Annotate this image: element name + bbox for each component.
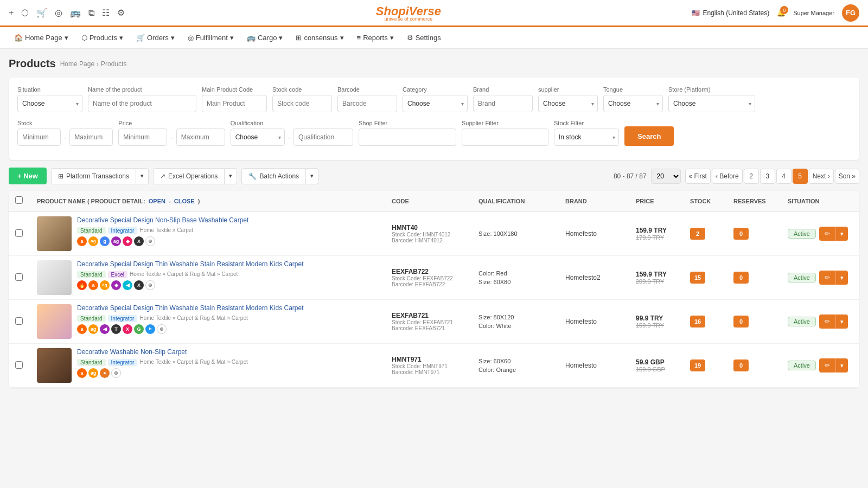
search-button[interactable]: Search	[624, 126, 674, 146]
edit-button-2[interactable]: ✏	[819, 271, 835, 285]
supplier-filter-input[interactable]	[462, 129, 548, 146]
add-icon[interactable]: +	[9, 8, 14, 18]
language-selector[interactable]: 🇺🇸 English (United States)	[692, 9, 769, 17]
platform-transactions-dropdown[interactable]: ▾	[136, 168, 149, 184]
row-1-checkbox[interactable]	[15, 229, 23, 237]
nav-item-orders[interactable]: 🛒 Orders ▾	[131, 27, 180, 49]
pg-3[interactable]: 3	[760, 169, 775, 184]
batch-actions-dropdown[interactable]: ▾	[306, 168, 318, 184]
plat-diamond-1[interactable]: ◆	[123, 236, 132, 246]
pg-next[interactable]: Next ›	[809, 169, 834, 184]
main-product-code-input[interactable]	[202, 95, 267, 112]
plat-x-2[interactable]: X	[134, 280, 144, 290]
new-button[interactable]: + New	[9, 168, 47, 184]
open-link[interactable]: Open	[149, 198, 165, 204]
grid-icon[interactable]: ⧉	[88, 8, 94, 18]
barcode-input[interactable]	[337, 95, 397, 112]
plat-a-3[interactable]: a	[77, 324, 87, 334]
pg-before[interactable]: ‹ Before	[712, 169, 743, 184]
plat-g-3[interactable]: G	[134, 324, 144, 334]
settings-icon[interactable]: ⚙	[117, 8, 125, 18]
plat-x-1[interactable]: X	[134, 236, 144, 246]
product-name-2[interactable]: Decorative Special Design Thin Washable …	[77, 260, 392, 269]
action-dropdown-3[interactable]: ▾	[835, 314, 848, 329]
plat-a-4[interactable]: a	[77, 368, 87, 378]
plat-plus-2[interactable]: ⊕	[145, 280, 155, 290]
plat-ag-2[interactable]: ag	[100, 280, 110, 290]
situation-select[interactable]: Choose Active Passive	[17, 95, 82, 112]
page-size-select[interactable]: 20 50 100	[651, 169, 681, 184]
pg-2[interactable]: 2	[744, 169, 759, 184]
plat-ag-3[interactable]: ag	[88, 324, 98, 334]
stock-max-input[interactable]	[69, 129, 113, 146]
price-min-input[interactable]	[118, 129, 167, 146]
excel-operations-dropdown[interactable]: ▾	[225, 168, 237, 184]
tongue-select[interactable]: Choose	[603, 95, 663, 112]
edit-button-4[interactable]: ✏	[819, 358, 835, 373]
row-4-checkbox[interactable]	[15, 361, 23, 369]
stock-code-input[interactable]	[272, 95, 332, 112]
qualification-to-input[interactable]	[293, 129, 353, 146]
price-max-input[interactable]	[176, 129, 225, 146]
chart-icon[interactable]: ☷	[102, 8, 110, 18]
plat-google-1[interactable]: g	[100, 236, 110, 246]
close-link[interactable]: Close	[174, 198, 195, 204]
cart-icon[interactable]: 🛒	[36, 8, 47, 18]
product-name-3[interactable]: Decorative Special Design Thin Washable …	[77, 304, 392, 313]
pg-first[interactable]: « First	[685, 169, 711, 184]
plat-plus-3[interactable]: ⊕	[157, 324, 167, 334]
stock-filter-select[interactable]: In stock Out of stock All	[554, 129, 619, 146]
plat-purple-3[interactable]: ◀	[100, 324, 110, 334]
action-dropdown-4[interactable]: ▾	[835, 358, 848, 373]
edit-button-3[interactable]: ✏	[819, 314, 835, 329]
icon-1[interactable]: ⬡	[21, 8, 29, 18]
product-name-1[interactable]: Decorative Special Design Non-Slip Base …	[77, 216, 392, 225]
nav-item-cargo[interactable]: 🚌 Cargo ▾	[241, 27, 288, 49]
plat-plus-4[interactable]: ⊕	[111, 368, 121, 378]
plat-ag-1[interactable]: ag	[88, 236, 98, 246]
plat-x-3[interactable]: X	[123, 324, 132, 334]
nav-item-reports[interactable]: ≡ Reports ▾	[352, 27, 399, 49]
plat-ag-4[interactable]: ag	[88, 368, 98, 378]
action-dropdown-1[interactable]: ▾	[835, 227, 848, 241]
plat-s2-2[interactable]: ◀	[123, 280, 132, 290]
batch-actions-button[interactable]: 🔧 Batch Actions	[241, 168, 306, 184]
brand-input[interactable]	[473, 95, 533, 112]
plat-fire-2[interactable]: 🔥	[77, 280, 87, 290]
icon-3[interactable]: ◎	[55, 8, 62, 18]
nav-item-homepage[interactable]: 🏠 Home Page ▾	[9, 27, 74, 49]
notification-bell[interactable]: 🔔 0	[777, 9, 786, 17]
row-3-checkbox[interactable]	[15, 317, 23, 325]
user-avatar[interactable]: FG	[842, 4, 859, 22]
excel-operations-button[interactable]: ↗ Excel Operations	[153, 168, 225, 184]
qualification-from-select[interactable]: Choose	[231, 129, 285, 146]
plat-orange-4[interactable]: ●	[100, 368, 110, 378]
bus-icon[interactable]: 🚌	[70, 8, 81, 18]
supplier-select[interactable]: Choose	[538, 95, 598, 112]
nav-item-fulfillment[interactable]: ◎ Fulfillment ▾	[182, 27, 239, 49]
plat-amazon-2[interactable]: a	[88, 280, 98, 290]
plat-b-3[interactable]: b	[145, 324, 155, 334]
product-name-4[interactable]: Decorative Washable Non-Slip Carpet	[77, 348, 392, 357]
product-name-input[interactable]	[88, 95, 196, 112]
store-select[interactable]: Choose	[668, 95, 755, 112]
plat-plus-1[interactable]: ⊕	[145, 236, 155, 246]
plat-t-3[interactable]: T	[111, 324, 121, 334]
plat-amazon-1[interactable]: a	[77, 236, 87, 246]
action-dropdown-2[interactable]: ▾	[835, 271, 848, 285]
nav-item-products[interactable]: ⬡ Products ▾	[76, 27, 129, 49]
pg-4[interactable]: 4	[776, 169, 792, 184]
shop-filter-input[interactable]	[359, 129, 456, 146]
platform-transactions-button[interactable]: ⊞ Platform Transactions	[51, 168, 136, 184]
row-2-checkbox[interactable]	[15, 273, 23, 281]
edit-button-1[interactable]: ✏	[819, 227, 835, 241]
breadcrumb-home[interactable]: Home Page	[60, 60, 94, 68]
pg-last[interactable]: Son »	[835, 169, 859, 184]
select-all-checkbox[interactable]	[15, 196, 23, 204]
plat-s-2[interactable]: ◆	[111, 280, 121, 290]
pg-5[interactable]: 5	[793, 169, 808, 184]
nav-item-settings[interactable]: ⚙ Settings	[401, 27, 446, 49]
stock-min-input[interactable]	[17, 129, 61, 146]
plat-s-1[interactable]: ag	[111, 236, 121, 246]
category-select[interactable]: Choose	[403, 95, 468, 112]
